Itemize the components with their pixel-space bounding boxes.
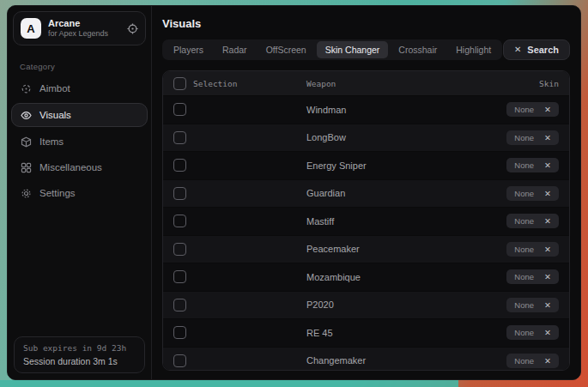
sidebar-item-label: Settings (39, 188, 76, 198)
row-checkbox[interactable] (173, 243, 186, 256)
tab-radar[interactable]: Radar (214, 41, 256, 58)
sidebar: A Arcane for Apex Legends Category Aimb (8, 6, 152, 379)
skin-selector-badge[interactable]: None ✕ (506, 130, 559, 145)
skin-selector-badge[interactable]: None ✕ (506, 298, 559, 312)
weapon-name: Peacemaker (306, 244, 506, 254)
sub-expiry-text: Sub expires in 9d 23h (23, 343, 136, 353)
clear-skin-x-icon[interactable]: ✕ (544, 190, 551, 198)
category-label: Category (20, 62, 151, 71)
crosshair-icon (21, 83, 32, 94)
app-subtitle: for Apex Legends (48, 29, 108, 39)
weapon-name: Energy Sniper (306, 160, 506, 171)
skin-value: None (514, 105, 534, 114)
table-row[interactable]: LongBow None ✕ (163, 124, 569, 152)
skin-value: None (514, 160, 534, 170)
table-body: Windman None ✕ LongBow None ✕ Energy Sni… (163, 95, 569, 371)
row-checkbox[interactable] (173, 103, 186, 116)
table-row[interactable]: Energy Sniper None ✕ (163, 151, 569, 179)
clear-skin-x-icon[interactable]: ✕ (544, 134, 551, 142)
skin-selector-badge[interactable]: None ✕ (506, 354, 559, 368)
row-checkbox[interactable] (173, 159, 186, 172)
clear-skin-x-icon[interactable]: ✕ (544, 106, 551, 114)
skin-selector-badge[interactable]: None ✕ (506, 186, 559, 201)
page-title: Visuals (162, 17, 570, 30)
tab-offscreen[interactable]: OffScreen (258, 41, 315, 58)
weapon-name: Changemaker (306, 355, 506, 366)
select-all-checkbox[interactable] (173, 77, 186, 90)
sidebar-spacer (8, 206, 151, 330)
sidebar-item-label: Aimbot (39, 83, 70, 94)
skin-value: None (514, 272, 534, 281)
skin-selector-badge[interactable]: None ✕ (506, 102, 559, 117)
row-checkbox[interactable] (173, 354, 186, 367)
table-row[interactable]: Windman None ✕ (163, 95, 569, 124)
skin-value: None (514, 356, 534, 366)
skin-selector-badge[interactable]: None ✕ (506, 242, 559, 257)
sidebar-item-label: Miscellaneous (39, 162, 102, 172)
eye-icon (21, 110, 32, 121)
sidebar-item-miscellaneous[interactable]: Miscellaneous (11, 156, 148, 178)
search-button[interactable]: ✕ Search (503, 39, 570, 60)
column-header-skin: Skin (539, 79, 559, 88)
skin-value: None (514, 216, 534, 226)
clear-skin-x-icon[interactable]: ✕ (544, 273, 551, 281)
sidebar-item-label: Items (39, 136, 64, 147)
app-logo: A (21, 18, 41, 39)
skin-value: None (514, 189, 534, 198)
tab-crosshair[interactable]: Crosshair (390, 41, 446, 58)
package-icon (21, 136, 32, 148)
search-button-label: Search (527, 45, 559, 55)
weapon-name: Guardian (306, 188, 506, 198)
row-checkbox[interactable] (173, 215, 186, 227)
row-checkbox[interactable] (173, 131, 186, 144)
weapon-name: P2020 (306, 299, 506, 310)
clear-skin-x-icon[interactable]: ✕ (544, 161, 551, 170)
subscription-card: Sub expires in 9d 23h Session duration 3… (14, 336, 145, 373)
skin-selector-badge[interactable]: None ✕ (506, 214, 559, 228)
weapon-name: RE 45 (306, 328, 506, 338)
sidebar-item-settings[interactable]: Settings (11, 182, 148, 204)
skin-selector-badge[interactable]: None ✕ (506, 158, 559, 172)
table-row[interactable]: Guardian None ✕ (163, 179, 569, 208)
tab-skin-changer[interactable]: Skin Changer (317, 41, 389, 58)
clear-skin-x-icon[interactable]: ✕ (544, 329, 551, 337)
target-scan-icon[interactable] (127, 23, 138, 34)
grid-icon (21, 162, 32, 173)
skin-value: None (514, 300, 534, 310)
main-panel: Visuals PlayersRadarOffScreenSkin Change… (152, 6, 580, 379)
table-row[interactable]: Peacemaker None ✕ (163, 235, 569, 263)
arcane-app-window: A Arcane for Apex Legends Category Aimb (7, 5, 581, 380)
skin-value: None (514, 245, 534, 254)
search-x-icon: ✕ (514, 45, 521, 54)
skin-selector-badge[interactable]: None ✕ (506, 325, 559, 340)
table-header-row: Selection Weapon Skin (163, 71, 569, 95)
tab-highlight[interactable]: Highlight (447, 41, 500, 58)
sidebar-item-aimbot[interactable]: Aimbot (11, 77, 148, 100)
table-row[interactable]: Mastiff None ✕ (163, 207, 569, 235)
row-checkbox[interactable] (173, 187, 186, 200)
sidebar-item-items[interactable]: Items (11, 130, 148, 153)
sidebar-item-visuals[interactable]: Visuals (11, 103, 148, 127)
weapon-name: Windman (306, 105, 506, 115)
table-row[interactable]: Changemaker None ✕ (163, 347, 569, 372)
skin-value: None (514, 328, 534, 337)
tab-players[interactable]: Players (165, 41, 212, 58)
tab-strip: PlayersRadarOffScreenSkin ChangerCrossha… (162, 39, 502, 60)
skin-selector-badge[interactable]: None ✕ (506, 269, 559, 284)
row-checkbox[interactable] (173, 326, 186, 339)
desktop-background: A Arcane for Apex Legends Category Aimb (0, 0, 588, 387)
row-checkbox[interactable] (173, 270, 186, 283)
table-row[interactable]: Mozambique None ✕ (163, 263, 569, 291)
sidebar-item-label: Visuals (39, 110, 71, 120)
table-row[interactable]: P2020 None ✕ (163, 291, 569, 319)
table-row[interactable]: RE 45 None ✕ (163, 318, 569, 347)
clear-skin-x-icon[interactable]: ✕ (544, 217, 551, 226)
clear-skin-x-icon[interactable]: ✕ (544, 245, 551, 254)
skin-value: None (514, 133, 534, 142)
weapon-name: Mastiff (306, 216, 506, 227)
clear-skin-x-icon[interactable]: ✕ (544, 301, 551, 310)
weapon-name: Mozambique (306, 272, 506, 282)
row-checkbox[interactable] (173, 299, 186, 311)
app-header-card: A Arcane for Apex Legends (13, 11, 146, 45)
clear-skin-x-icon[interactable]: ✕ (544, 357, 551, 366)
